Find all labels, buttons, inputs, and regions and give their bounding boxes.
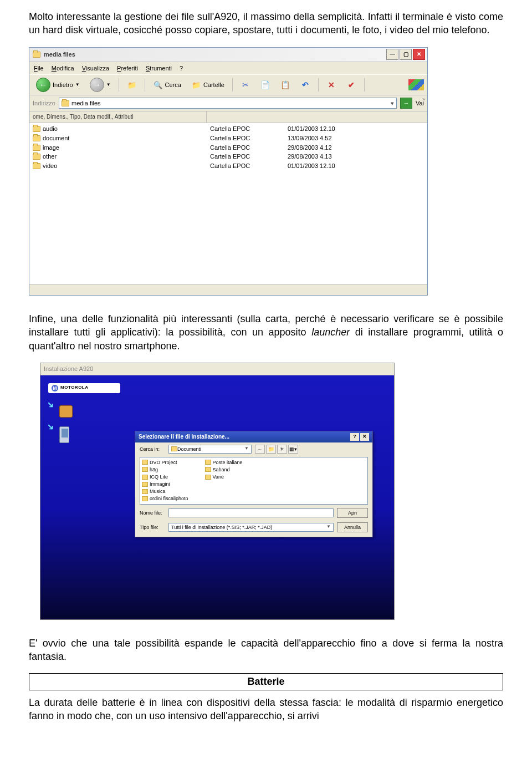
paragraph-3: E' ovvio che una tale possibilità espand… bbox=[29, 637, 503, 664]
menu-fav[interactable]: Preferiti bbox=[117, 64, 138, 73]
folder-icon bbox=[33, 52, 40, 58]
search-button[interactable]: Cerca bbox=[150, 79, 185, 91]
windows-flag-icon bbox=[408, 79, 424, 90]
dialog-file-list[interactable]: DVD Projecth3gICQ LiteImmaginiMusicaordi… bbox=[140, 457, 368, 505]
minimize-button[interactable]: — bbox=[386, 49, 398, 60]
folder-icon bbox=[142, 496, 148, 501]
table-row[interactable]: audioCartella EPOC01/01/2003 12.10 bbox=[29, 124, 427, 134]
folders-icon bbox=[191, 80, 201, 90]
folder-icon bbox=[142, 467, 148, 472]
toolbar-overflow[interactable]: » bbox=[422, 96, 425, 103]
up-button[interactable] bbox=[124, 79, 140, 91]
paste-icon bbox=[280, 80, 290, 90]
list-item[interactable]: Musica bbox=[142, 488, 188, 495]
installer-titlebar: Installazione A920 bbox=[40, 363, 394, 375]
paste-button[interactable] bbox=[277, 79, 294, 91]
column-header[interactable]: ome, Dimens., Tipo, Data modif., Attribu… bbox=[29, 111, 427, 123]
filetype-combo[interactable]: Tutti i file di installazione (*.SIS; *.… bbox=[168, 523, 334, 532]
address-label: Indirizzo bbox=[33, 99, 55, 108]
file-open-dialog: Selezionare il file di installazione... … bbox=[135, 431, 373, 537]
folder-icon bbox=[33, 126, 40, 132]
table-row[interactable]: otherCartella EPOC29/08/2003 4.13 bbox=[29, 152, 427, 161]
table-row[interactable]: documentCartella EPOC13/09/2003 4.52 bbox=[29, 134, 427, 143]
window-title: media files bbox=[44, 50, 386, 59]
folder-icon bbox=[142, 482, 148, 487]
menu-view[interactable]: Visualizza bbox=[82, 64, 109, 73]
table-row[interactable]: imageCartella EPOC29/08/2003 4.12 bbox=[29, 143, 427, 152]
window-titlebar: media files — ▢ ✕ bbox=[29, 48, 427, 62]
close-button[interactable]: ✕ bbox=[413, 49, 425, 60]
paragraph-1: Molto interessante la gestione dei file … bbox=[29, 10, 503, 37]
file-list: audioCartella EPOC01/01/2003 12.10docume… bbox=[29, 123, 427, 284]
list-item[interactable]: h3g bbox=[142, 466, 188, 473]
go-button[interactable]: → bbox=[400, 98, 412, 109]
menu-edit[interactable]: Modifica bbox=[52, 64, 74, 73]
address-bar: Indirizzo media files ▾ → Vai bbox=[29, 95, 427, 111]
explorer-screenshot: media files — ▢ ✕ File Modifica Visualiz… bbox=[29, 47, 503, 296]
dialog-help-button[interactable]: ? bbox=[350, 433, 359, 441]
section-heading: Batterie bbox=[29, 673, 503, 690]
forward-button[interactable]: → ▼ bbox=[86, 77, 114, 93]
nav-up-icon[interactable]: 📁 bbox=[266, 445, 276, 454]
toolbar: ← Indietro ▼ → ▼ Cerca Cartelle bbox=[29, 74, 427, 95]
dialog-title: Selezionare il file di installazione... bbox=[139, 433, 229, 441]
back-button[interactable]: ← Indietro ▼ bbox=[33, 77, 83, 93]
search-icon bbox=[153, 80, 163, 90]
copy-button[interactable] bbox=[257, 79, 274, 91]
folder-icon bbox=[142, 475, 148, 480]
table-row[interactable]: videoCartella EPOC01/01/2003 12.10 bbox=[29, 161, 427, 171]
copy-icon bbox=[260, 80, 270, 90]
list-item[interactable]: Varie bbox=[205, 474, 243, 480]
list-item[interactable]: Poste italiane bbox=[205, 459, 243, 466]
look-in-combo[interactable]: Documenti ▼ bbox=[168, 445, 252, 454]
chevron-down-icon: ▼ bbox=[326, 524, 331, 530]
filetype-label: Tipo file: bbox=[140, 524, 165, 531]
menu-tools[interactable]: Strumenti bbox=[146, 64, 172, 73]
folder-icon bbox=[62, 100, 69, 106]
look-in-label: Cerca in: bbox=[140, 446, 165, 452]
menu-file[interactable]: File bbox=[34, 64, 44, 73]
folder-icon bbox=[205, 460, 211, 465]
cut-button[interactable] bbox=[237, 79, 254, 91]
undo-button[interactable] bbox=[297, 79, 314, 91]
paragraph-4: La durata delle batterie è in linea con … bbox=[29, 696, 503, 723]
list-item[interactable]: DVD Project bbox=[142, 459, 188, 466]
list-item[interactable]: ordini fiscaliphoto bbox=[142, 495, 188, 502]
properties-icon bbox=[346, 80, 356, 90]
installer-screenshot: Installazione A920 M MOTOROLA ➜ ➜ Selezi… bbox=[29, 363, 503, 620]
delete-button[interactable] bbox=[323, 79, 340, 91]
cancel-button[interactable]: Annulla bbox=[337, 522, 368, 532]
folder-icon bbox=[33, 135, 40, 141]
filename-label: Nome file: bbox=[140, 510, 165, 516]
status-bar bbox=[29, 284, 427, 295]
folder-icon bbox=[142, 489, 148, 494]
folder-icon bbox=[33, 163, 40, 169]
folder-icon bbox=[205, 475, 211, 480]
motorola-logo: M MOTOROLA bbox=[48, 383, 120, 393]
dialog-close-button[interactable]: ✕ bbox=[360, 433, 369, 441]
delete-icon bbox=[326, 80, 336, 90]
filename-input[interactable] bbox=[168, 508, 334, 517]
folder-icon bbox=[171, 446, 177, 451]
back-icon: ← bbox=[36, 78, 50, 92]
list-item[interactable]: ICQ Lite bbox=[142, 474, 188, 480]
motorola-icon: M bbox=[52, 385, 58, 391]
folder-icon bbox=[33, 145, 40, 151]
forward-icon: → bbox=[90, 78, 104, 92]
view-menu-icon[interactable]: ▦▾ bbox=[288, 445, 298, 454]
new-folder-icon[interactable]: ✳ bbox=[277, 445, 287, 454]
nav-back-icon[interactable]: ← bbox=[255, 445, 265, 454]
properties-button[interactable] bbox=[343, 79, 360, 91]
folder-icon bbox=[205, 467, 211, 472]
menu-help[interactable]: ? bbox=[180, 64, 183, 73]
open-button[interactable]: Apri bbox=[337, 508, 368, 518]
chevron-down-icon[interactable]: ▾ bbox=[391, 99, 394, 108]
maximize-button[interactable]: ▢ bbox=[400, 49, 412, 60]
list-item[interactable]: Saband bbox=[205, 466, 243, 473]
address-input[interactable]: media files ▾ bbox=[59, 98, 397, 109]
arrow-icon: ➜ bbox=[44, 420, 57, 433]
folders-button[interactable]: Cartelle bbox=[188, 79, 228, 91]
cut-icon bbox=[241, 80, 250, 90]
list-item[interactable]: Immagini bbox=[142, 481, 188, 487]
chip-icon bbox=[59, 405, 73, 418]
